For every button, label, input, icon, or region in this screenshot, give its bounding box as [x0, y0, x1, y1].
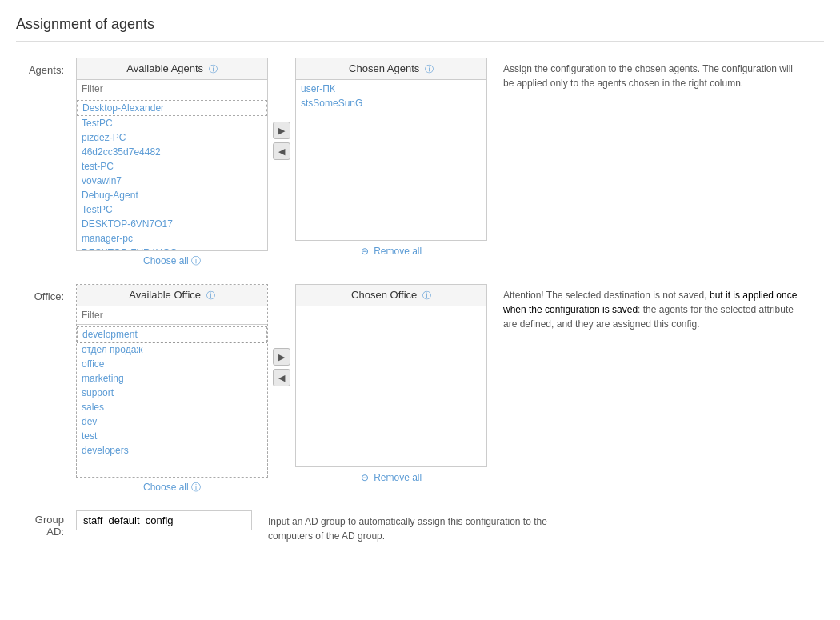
chosen-agents-select[interactable]: user-ПК stsSomeSunG — [296, 80, 486, 240]
available-office-info-icon: ⓘ — [206, 290, 215, 300]
chosen-agent-item[interactable]: stsSomeSunG — [296, 96, 486, 110]
office-item[interactable]: support — [77, 386, 267, 400]
available-office-box: Available Office ⓘ development отдел про… — [76, 284, 268, 478]
chosen-agents-list[interactable]: user-ПК stsSomeSunG — [296, 80, 486, 240]
agent-item[interactable]: pizdez-PC — [77, 130, 267, 145]
office-choose-all-link[interactable]: Choose all ⓘ — [143, 482, 201, 493]
available-agents-filter[interactable] — [77, 80, 267, 98]
agents-choose-all-icon: ⓘ — [191, 255, 201, 266]
agent-item[interactable]: Debug-Agent — [77, 188, 267, 202]
office-item[interactable]: sales — [77, 400, 267, 414]
available-agents-wrapper: Available Agents ⓘ Desktop-Alexander Tes… — [76, 58, 268, 268]
office-section: Office: Available Office ⓘ development о… — [16, 284, 824, 494]
available-agents-header: Available Agents ⓘ — [77, 58, 267, 80]
office-item[interactable]: developers — [77, 443, 267, 458]
agents-choose-all-link[interactable]: Choose all ⓘ — [143, 255, 201, 266]
chosen-office-box: Chosen Office ⓘ — [295, 284, 487, 467]
agents-remove-all-link[interactable]: ⊖ Remove all — [361, 246, 422, 257]
chosen-office-info-icon: ⓘ — [422, 290, 431, 300]
agents-choose-all-wrapper: Choose all ⓘ — [76, 254, 268, 268]
office-label: Office: — [16, 284, 64, 302]
agents-section: Agents: Available Agents ⓘ Desktop-Alexa… — [16, 58, 824, 268]
office-item[interactable]: office — [77, 357, 267, 371]
office-remove-arrow[interactable]: ◀ — [273, 369, 290, 386]
chosen-agents-header: Chosen Agents ⓘ — [296, 58, 486, 80]
office-choose-all-icon: ⓘ — [191, 482, 201, 493]
agent-item[interactable]: TestPC — [77, 202, 267, 217]
agent-item[interactable]: manager-pc — [77, 231, 267, 246]
chosen-office-list[interactable] — [296, 306, 486, 466]
available-office-filter[interactable] — [77, 306, 267, 325]
available-office-header: Available Office ⓘ — [77, 285, 267, 306]
chosen-agents-wrapper: Chosen Agents ⓘ user-ПК stsSomeSunG ⊖ Re… — [295, 58, 487, 257]
available-office-list[interactable]: development отдел продаж office marketin… — [77, 325, 267, 477]
agent-item[interactable]: TestPC — [77, 116, 267, 130]
chosen-agents-info-icon: ⓘ — [425, 64, 434, 74]
agents-remove-all-icon: ⊖ — [361, 246, 369, 257]
group-ad-label: Group AD: — [16, 510, 64, 538]
office-item[interactable]: test — [77, 429, 267, 443]
agents-remove-arrow[interactable]: ◀ — [273, 142, 290, 160]
office-remove-all-icon: ⊖ — [361, 472, 369, 483]
office-info-text: Attention! The selected destination is n… — [503, 284, 799, 331]
chosen-office-select[interactable] — [296, 306, 486, 466]
office-add-arrow[interactable]: ▶ — [273, 348, 290, 366]
available-agents-select[interactable]: Desktop-Alexander TestPC pizdez-PC 46d2c… — [77, 98, 267, 250]
chosen-agent-item[interactable]: user-ПК — [296, 82, 486, 96]
available-office-select[interactable]: development отдел продаж office marketin… — [77, 325, 267, 477]
group-ad-info-text: Input an AD group to automatically assig… — [268, 510, 564, 543]
chosen-office-header: Chosen Office ⓘ — [296, 285, 486, 306]
available-agents-list[interactable]: Desktop-Alexander TestPC pizdez-PC 46d2c… — [77, 98, 267, 250]
office-dual-list: Available Office ⓘ development отдел про… — [76, 284, 487, 494]
office-choose-all-wrapper: Choose all ⓘ — [76, 481, 268, 494]
agents-dual-list: Available Agents ⓘ Desktop-Alexander Tes… — [76, 58, 487, 268]
agent-item[interactable]: vovawin7 — [77, 174, 267, 188]
group-ad-input-wrapper — [76, 510, 252, 530]
office-item[interactable]: dev — [77, 414, 267, 429]
group-ad-section: Group AD: Input an AD group to automatic… — [16, 510, 824, 543]
page-title: Assignment of agents — [16, 16, 824, 42]
agent-item[interactable]: test-PC — [77, 159, 267, 174]
agents-info-text: Assign the configuration to the chosen a… — [503, 58, 799, 90]
chosen-agents-box: Chosen Agents ⓘ user-ПК stsSomeSunG — [295, 58, 487, 241]
agents-label: Agents: — [16, 58, 64, 76]
office-item[interactable]: development — [77, 326, 267, 342]
office-item[interactable]: отдел продаж — [77, 342, 267, 357]
available-agents-info-icon: ⓘ — [209, 64, 218, 74]
available-office-wrapper: Available Office ⓘ development отдел про… — [76, 284, 268, 494]
agent-item[interactable]: DESKTOP-FUR4UGQ — [77, 246, 267, 250]
available-agents-box: Available Agents ⓘ Desktop-Alexander Tes… — [76, 58, 268, 251]
agents-add-arrow[interactable]: ▶ — [273, 122, 290, 139]
chosen-office-wrapper: Chosen Office ⓘ ⊖ Remove all — [295, 284, 487, 483]
group-ad-input[interactable] — [76, 510, 252, 530]
agents-arrows: ▶ ◀ — [268, 58, 295, 160]
agent-item[interactable]: 46d2cc35d7e4482 — [77, 145, 267, 159]
office-arrows: ▶ ◀ — [268, 284, 295, 386]
agent-item[interactable]: Desktop-Alexander — [77, 100, 267, 116]
office-item[interactable]: marketing — [77, 371, 267, 386]
agent-item[interactable]: DESKTOP-6VN7O17 — [77, 217, 267, 231]
office-remove-all-link[interactable]: ⊖ Remove all — [361, 472, 422, 483]
